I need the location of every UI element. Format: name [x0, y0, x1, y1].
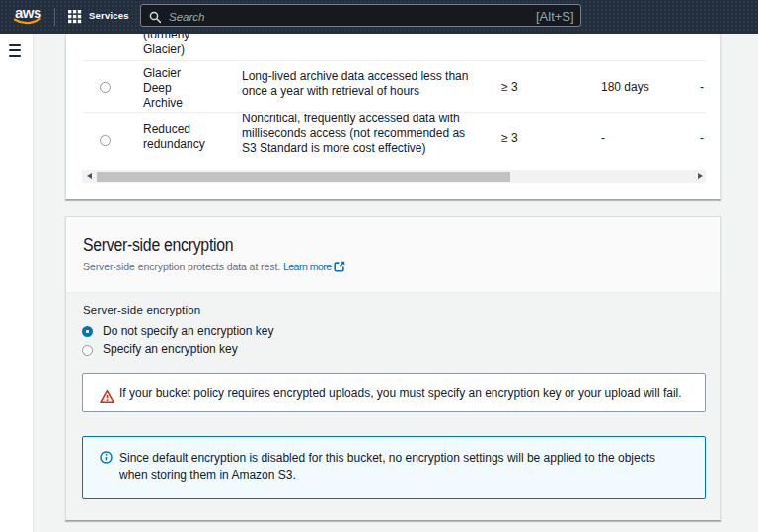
- svg-text:aws: aws: [15, 7, 41, 21]
